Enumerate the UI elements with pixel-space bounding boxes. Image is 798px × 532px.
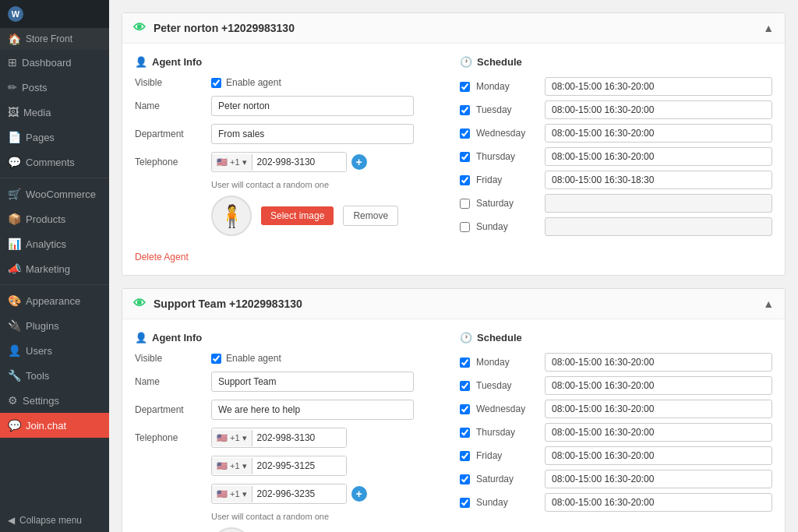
agent-1-name-input[interactable]	[211, 96, 414, 116]
agent-2-monday-input[interactable]	[545, 353, 772, 372]
agent-1-friday-row: Friday	[460, 171, 772, 189]
agent-2-name-input[interactable]	[211, 372, 414, 392]
agent-2-title-group: 👁 Support Team +12029983130	[133, 297, 302, 311]
sidebar-item-woocommerce[interactable]: 🛒 WooCommerce	[0, 181, 109, 206]
agent-1-friday-label: Friday	[476, 174, 538, 185]
sidebar-item-marketing[interactable]: 📣 Marketing	[0, 256, 109, 281]
agent-2-thursday-row: Thursday	[460, 423, 772, 442]
sidebar-item-appearance[interactable]: 🎨 Appearance	[0, 288, 109, 313]
agent-2-friday-input[interactable]	[545, 446, 772, 465]
agent-1-dept-label: Department	[135, 129, 205, 139]
agent-2-sunday-input[interactable]	[545, 493, 772, 512]
agent-2-tuesday-input[interactable]	[545, 376, 772, 395]
agent-2-arrow-3: ▾	[242, 489, 247, 499]
agent-1-friday-input[interactable]	[545, 171, 772, 189]
agent-2-phone-input-3[interactable]	[252, 484, 346, 503]
agent-1-sunday-checkbox[interactable]	[460, 222, 470, 232]
agent-2-saturday-input[interactable]	[545, 470, 772, 488]
agent-1-sunday-input[interactable]	[545, 217, 772, 236]
agent-1-thursday-checkbox[interactable]	[460, 152, 470, 162]
agent-2-saturday-checkbox[interactable]	[460, 474, 470, 484]
sidebar-item-tools[interactable]: 🔧 Tools	[0, 363, 109, 388]
agent-2-wednesday-input[interactable]	[545, 400, 772, 418]
agent-2-flag-emoji-3: 🇺🇸	[217, 489, 228, 499]
sidebar-item-settings[interactable]: ⚙ Settings	[0, 388, 109, 413]
sidebar-item-comments[interactable]: 💬 Comments	[0, 150, 109, 174]
agent-1-thursday-input[interactable]	[545, 147, 772, 166]
agent-2-wednesday-checkbox[interactable]	[460, 404, 470, 414]
agent-2-enable-label: Enable agent	[226, 353, 281, 364]
agent-2-add-phone-btn[interactable]: +	[351, 486, 367, 502]
agent-2-thursday-checkbox[interactable]	[460, 428, 470, 438]
agent-1-sunday-label: Sunday	[476, 221, 538, 232]
agent-2-tuesday-checkbox[interactable]	[460, 381, 470, 391]
agent-1-random-text: User will contact a random one	[211, 180, 447, 189]
agent-2-schedule-section: 🕐 Schedule Monday Tuesday Wednesday	[460, 332, 772, 532]
sidebar-item-plugins[interactable]: 🔌 Plugins	[0, 313, 109, 338]
agent-1-friday-checkbox[interactable]	[460, 175, 470, 185]
agent-1-delete-link[interactable]: Delete Agent	[135, 252, 189, 262]
agent-2-flag-2[interactable]: 🇺🇸 +1 ▾	[212, 458, 252, 474]
agent-1-wednesday-input[interactable]	[545, 124, 772, 143]
agent-1-monday-label: Monday	[476, 81, 538, 92]
agent-card-1: 👁 Peter norton +12029983130 ▲ 👤 Agent In…	[122, 12, 786, 276]
agent-2-phone-input-1[interactable]	[252, 428, 346, 447]
sidebar-item-label: Tools	[26, 370, 49, 382]
agent-1-tuesday-checkbox[interactable]	[460, 105, 470, 115]
agent-1-collapse-btn[interactable]: ▲	[763, 22, 774, 34]
analytics-icon: 📊	[8, 238, 21, 250]
agent-2-flag-1[interactable]: 🇺🇸 +1 ▾	[212, 430, 252, 446]
agent-2-name-row: Name	[135, 372, 447, 392]
agent-2-dept-input[interactable]	[211, 400, 414, 420]
storefront-bar: 🏠 Store Front	[0, 28, 109, 50]
agent-2-phone-wrapper-1: 🇺🇸 +1 ▾	[211, 428, 347, 448]
agent-2-friday-label: Friday	[476, 450, 538, 461]
agent-1-saturday-label: Saturday	[476, 198, 538, 209]
agent-1-monday-input[interactable]	[545, 77, 772, 96]
agent-1-avatar-area: 🧍 Select image Remove	[211, 196, 447, 236]
agent-2-monday-checkbox[interactable]	[460, 358, 470, 368]
agent-1-wednesday-checkbox[interactable]	[460, 129, 470, 139]
agent-1-phone-input-wrapper: 🇺🇸 +1 ▾	[211, 152, 347, 172]
sidebar-item-media[interactable]: 🖼 Media	[0, 100, 109, 125]
sidebar-item-users[interactable]: 👤 Users	[0, 338, 109, 363]
agent-1-add-phone-btn[interactable]: +	[351, 154, 367, 170]
sidebar-item-analytics[interactable]: 📊 Analytics	[0, 231, 109, 256]
agent-2-code-1: +1	[230, 433, 240, 442]
agent-2-sunday-checkbox[interactable]	[460, 498, 470, 508]
sidebar-item-products[interactable]: 📦 Products	[0, 206, 109, 231]
sidebar-item-join-chat[interactable]: 💬 Join.chat	[0, 413, 109, 438]
agent-2-phone-row-1: Telephone 🇺🇸 +1 ▾	[135, 428, 447, 448]
agent-1-enable-checkbox[interactable]	[211, 78, 221, 88]
agent-2-enable-checkbox[interactable]	[211, 354, 221, 364]
agent-2-info-title: 👤 Agent Info	[135, 332, 447, 344]
agent-2-phone-label: Telephone	[135, 432, 205, 443]
tools-icon: 🔧	[8, 369, 21, 382]
agent-1-phone-number-input[interactable]	[252, 153, 346, 171]
sidebar-item-label: Posts	[22, 82, 48, 93]
agent-1-wednesday-row: Wednesday	[460, 124, 772, 143]
agent-2-phone-input-2[interactable]	[252, 456, 346, 475]
agent-2-flag-3[interactable]: 🇺🇸 +1 ▾	[212, 486, 252, 502]
main-content: 👁 Peter norton +12029983130 ▲ 👤 Agent In…	[109, 0, 798, 532]
sidebar-item-dashboard[interactable]: ⊞ Dashboard	[0, 50, 109, 75]
agent-1-avatar: 🧍	[211, 196, 252, 236]
agent-2-phone-group-1: 🇺🇸 +1 ▾	[211, 428, 347, 448]
agent-1-tuesday-input[interactable]	[545, 100, 772, 119]
agent-2-thursday-input[interactable]	[545, 423, 772, 442]
sidebar-item-pages[interactable]: 📄 Pages	[0, 125, 109, 150]
agent-1-saturday-input[interactable]	[545, 194, 772, 213]
agent-1-dept-input[interactable]	[211, 124, 414, 144]
agent-1-remove-btn[interactable]: Remove	[343, 206, 398, 226]
agent-1-flag-select[interactable]: 🇺🇸 +1 ▾	[212, 154, 252, 171]
agent-2-friday-checkbox[interactable]	[460, 451, 470, 461]
agent-2-collapse-btn[interactable]: ▲	[763, 298, 774, 310]
agent-1-saturday-checkbox[interactable]	[460, 199, 470, 209]
agent-1-monday-checkbox[interactable]	[460, 82, 470, 92]
sidebar-collapse-btn[interactable]: ◀ Collapse menu	[0, 509, 109, 532]
agent-2-code-2: +1	[230, 461, 240, 470]
media-icon: 🖼	[8, 106, 19, 118]
sidebar-item-posts[interactable]: ✏ Posts	[0, 75, 109, 100]
agent-1-select-image-btn[interactable]: Select image	[261, 206, 334, 225]
agent-2-name-label: Name	[135, 376, 205, 387]
